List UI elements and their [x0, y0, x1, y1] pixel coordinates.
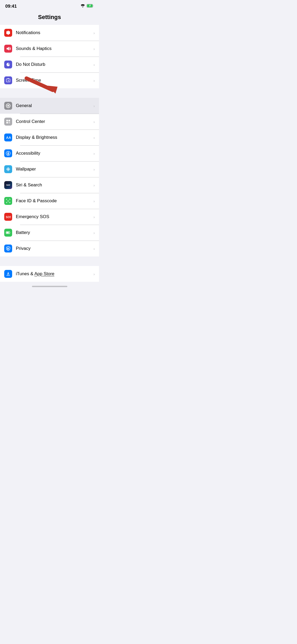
settings-row-general[interactable]: General ›: [0, 98, 99, 114]
faceid-icon: [4, 197, 12, 205]
sounds-label: Sounds & Haptics: [16, 46, 93, 51]
settings-row-screentime[interactable]: Screen Time ›: [0, 72, 99, 88]
svg-point-25: [8, 152, 9, 153]
svg-point-17: [9, 104, 10, 105]
settings-row-sounds[interactable]: Sounds & Haptics ›: [0, 41, 99, 57]
home-indicator: [0, 282, 99, 291]
svg-point-10: [7, 105, 9, 107]
notifications-icon: [4, 29, 12, 37]
itunes-label: iTunes & App Store: [16, 271, 93, 277]
siri-chevron: ›: [93, 183, 95, 187]
settings-group-1: Notifications › Sounds & Haptics › Do No…: [0, 25, 99, 88]
faceid-label: Face ID & Passcode: [16, 198, 93, 204]
privacy-icon: [4, 245, 12, 252]
svg-point-37: [8, 185, 9, 185]
svg-point-38: [9, 185, 10, 185]
settings-row-wallpaper[interactable]: Wallpaper ›: [0, 161, 99, 177]
svg-point-27: [8, 167, 9, 169]
sounds-icon: [4, 45, 12, 53]
svg-point-40: [9, 200, 9, 201]
appstore-icon: [4, 270, 12, 278]
settings-row-battery[interactable]: Battery ›: [0, 225, 99, 241]
home-bar: [32, 286, 67, 287]
settings-row-accessibility[interactable]: Accessibility ›: [0, 145, 99, 161]
donotdisturb-icon: [4, 61, 12, 68]
status-bar: 09:41: [0, 0, 99, 11]
siri-label: Siri & Search: [16, 182, 93, 188]
itunes-text-part1: iTunes &: [16, 271, 34, 276]
battery-chevron: ›: [93, 231, 95, 235]
battery-icon: [87, 4, 94, 9]
settings-group-2: General › Control Center › AA Display & …: [0, 98, 99, 256]
svg-rect-7: [8, 78, 9, 79]
notifications-label: Notifications: [16, 30, 93, 35]
settings-row-donotdisturb[interactable]: Do Not Disturb ›: [0, 57, 99, 72]
screentime-chevron: ›: [93, 78, 95, 83]
svg-point-35: [7, 185, 7, 185]
emergency-label: Emergency SOS: [16, 214, 93, 219]
section-gap-2: [0, 256, 99, 266]
general-label: General: [16, 103, 93, 108]
svg-point-14: [10, 105, 10, 106]
accessibility-label: Accessibility: [16, 151, 93, 156]
settings-row-display[interactable]: AA Display & Brightness ›: [0, 130, 99, 145]
status-time: 09:41: [5, 4, 17, 9]
accessibility-icon: [4, 149, 12, 157]
svg-point-36: [7, 185, 8, 185]
display-chevron: ›: [93, 135, 95, 140]
svg-rect-2: [6, 31, 10, 34]
display-label: Display & Brightness: [16, 135, 93, 140]
settings-row-emergency[interactable]: SOS Emergency SOS ›: [0, 209, 99, 225]
status-icons: [81, 4, 94, 9]
svg-point-16: [9, 107, 10, 107]
wallpaper-icon: [4, 165, 12, 173]
svg-rect-4: [8, 30, 9, 31]
svg-text:SOS: SOS: [6, 216, 11, 219]
controlcenter-chevron: ›: [93, 119, 95, 124]
itunes-text-part2: App Store: [34, 271, 54, 276]
svg-point-18: [7, 107, 7, 107]
itunes-chevron: ›: [93, 272, 95, 276]
donotdisturb-chevron: ›: [93, 62, 95, 67]
section-gap-1: [0, 88, 99, 98]
svg-point-15: [7, 104, 7, 105]
settings-row-controlcenter[interactable]: Control Center ›: [0, 114, 99, 130]
svg-point-13: [6, 105, 7, 106]
svg-point-3: [8, 34, 9, 35]
accessibility-chevron: ›: [93, 151, 95, 156]
settings-row-siri[interactable]: Siri & Search ›: [0, 177, 99, 193]
svg-rect-19: [6, 120, 8, 121]
battery-label: Battery: [16, 230, 93, 235]
page-title: Settings: [0, 11, 99, 25]
privacy-chevron: ›: [93, 246, 95, 251]
settings-group-3: iTunes & App Store ›: [0, 266, 99, 282]
svg-rect-44: [7, 249, 9, 250]
notifications-chevron: ›: [93, 31, 95, 35]
screentime-icon: [4, 76, 12, 84]
settings-row-privacy[interactable]: Privacy ›: [0, 241, 99, 256]
donotdisturb-label: Do Not Disturb: [16, 62, 93, 67]
controlcenter-icon: [4, 118, 12, 126]
svg-rect-22: [8, 122, 10, 123]
svg-point-39: [7, 200, 8, 201]
emergency-icon: SOS: [4, 213, 12, 221]
screentime-label: Screen Time: [16, 78, 93, 83]
svg-point-12: [8, 107, 8, 108]
svg-text:AA: AA: [6, 136, 11, 140]
privacy-label: Privacy: [16, 246, 93, 251]
siri-icon: [4, 181, 12, 189]
settings-row-faceid[interactable]: Face ID & Passcode ›: [0, 193, 99, 209]
svg-rect-20: [8, 120, 10, 121]
emergency-chevron: ›: [93, 215, 95, 219]
svg-marker-5: [7, 47, 9, 50]
svg-point-30: [9, 169, 10, 170]
faceid-chevron: ›: [93, 199, 95, 203]
wifi-icon: [81, 4, 85, 9]
settings-row-itunes[interactable]: iTunes & App Store ›: [0, 266, 99, 282]
general-icon: [4, 102, 12, 110]
wallpaper-chevron: ›: [93, 167, 95, 172]
svg-rect-21: [6, 122, 8, 123]
settings-row-notifications[interactable]: Notifications ›: [0, 25, 99, 41]
general-chevron: ›: [93, 104, 95, 108]
svg-point-29: [6, 169, 8, 170]
